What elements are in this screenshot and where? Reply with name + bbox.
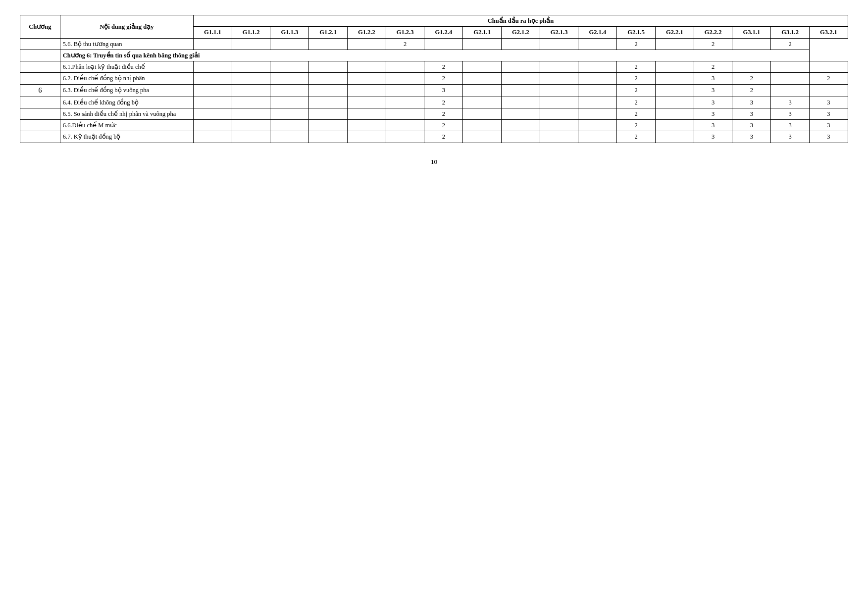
val-3 [309,131,348,143]
val-5 [386,131,424,143]
val-15: 3 [771,120,810,131]
val-4 [347,120,386,131]
val-3 [309,84,348,97]
val-2 [270,108,309,119]
std-col-7: G2.1.1 [463,27,502,38]
val-5 [386,97,424,108]
val-3 [309,120,348,131]
row-content: 6.3. Điều chế đồng bộ vuông pha [60,84,193,97]
val-13: 3 [694,73,732,84]
chapter-header-row: Chương 6: Truyền tin số qua kênh băng th… [20,50,848,61]
val-15 [771,61,810,73]
val-5 [386,108,424,119]
val-10 [578,120,617,131]
chapter-num [20,97,60,108]
val-13: 2 [694,61,732,73]
chapter-num [20,50,60,61]
val-16: 3 [809,97,848,108]
val-12 [655,38,694,50]
table-row: 6.1.Phân loại kỹ thuật điều chế 2 2 2 [20,61,848,73]
val-13: 3 [694,97,732,108]
val-2 [270,97,309,108]
std-col-4: G1.2.2 [347,27,386,38]
page-number: 10 [20,158,848,166]
table-row: 6.4. Điều chế không đồng bộ 2 2 3 3 3 3 [20,97,848,108]
col-chuong-header: Chương [20,15,60,39]
chapter-num [20,73,60,84]
row-content: 6.2. Điều chế đồng bộ nhị phân [60,73,193,84]
val-14: 2 [732,73,771,84]
val-0 [193,108,232,119]
val-1 [232,38,270,50]
val-12 [655,97,694,108]
val-14 [732,61,771,73]
row-content: 6.5. So sánh điều chế nhị phân và vuông … [60,108,193,119]
val-8 [501,73,540,84]
val-2 [270,131,309,143]
chapter-num [20,120,60,131]
val-5 [386,84,424,97]
val-0 [193,73,232,84]
val-4 [347,108,386,119]
val-15 [771,73,810,84]
std-col-1: G1.1.2 [232,27,270,38]
val-12 [655,84,694,97]
val-9 [540,131,578,143]
table-row: 6.6.Điều chế M mức 2 2 3 3 3 3 [20,120,848,131]
val-1 [232,131,270,143]
val-3 [309,97,348,108]
val-12 [655,108,694,119]
val-4 [347,61,386,73]
val-10 [578,131,617,143]
val-10 [578,61,617,73]
chapter-num: 6 [20,84,60,97]
row-content: 5.6. Bộ thu tương quan [60,38,193,50]
chapter-num [20,131,60,143]
std-col-15: G3.1.2 [771,27,810,38]
val-15 [771,84,810,97]
val-2 [270,84,309,97]
row-content: 6.6.Điều chế M mức [60,120,193,131]
cdr-header: Chuẩn đầu ra học phần [193,15,848,27]
val-0 [193,120,232,131]
table-row: 6 6.3. Điều chế đồng bộ vuông pha 3 2 3 … [20,84,848,97]
std-col-14: G3.1.1 [732,27,771,38]
val-11: 2 [617,38,656,50]
val-1 [232,108,270,119]
val-6: 3 [424,84,463,97]
val-2 [270,61,309,73]
val-1 [232,84,270,97]
val-10 [578,108,617,119]
val-5: 2 [386,38,424,50]
std-col-5: G1.2.3 [386,27,424,38]
val-9 [540,97,578,108]
val-16: 3 [809,120,848,131]
val-0 [193,61,232,73]
std-col-8: G2.1.2 [501,27,540,38]
val-12 [655,120,694,131]
val-14 [732,38,771,50]
val-6: 2 [424,120,463,131]
chapter-num [20,38,60,50]
val-14: 3 [732,97,771,108]
val-16 [809,84,848,97]
val-7 [463,84,502,97]
val-5 [386,120,424,131]
val-6: 2 [424,108,463,119]
val-7 [463,97,502,108]
val-10 [578,97,617,108]
val-8 [501,108,540,119]
table-row: 6.2. Điều chế đồng bộ nhị phân 2 2 3 2 2 [20,73,848,84]
chapter-num [20,61,60,73]
val-8 [501,84,540,97]
val-12 [655,61,694,73]
chapter-num [20,108,60,119]
val-7 [463,73,502,84]
val-11: 2 [617,84,656,97]
val-3 [309,38,348,50]
val-0 [193,38,232,50]
table-row: 6.5. So sánh điều chế nhị phân và vuông … [20,108,848,119]
val-6: 2 [424,73,463,84]
val-8 [501,38,540,50]
val-6 [424,38,463,50]
